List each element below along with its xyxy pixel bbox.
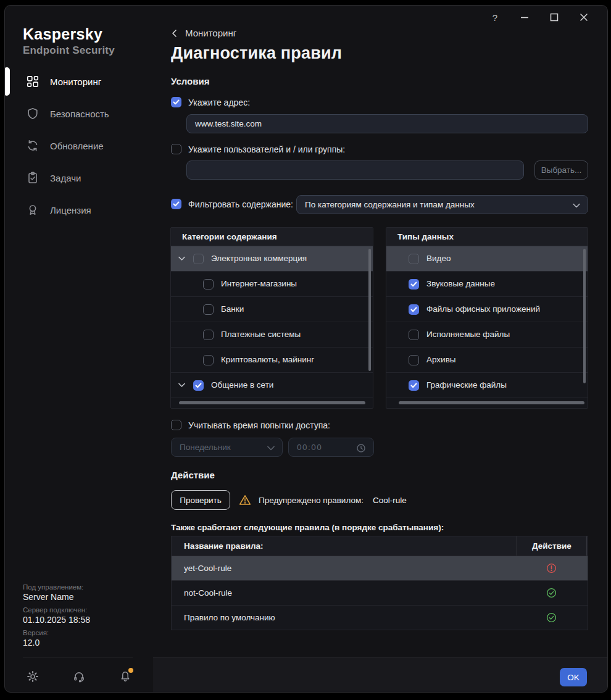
help-icon[interactable]: ? — [480, 8, 510, 27]
category-checkbox[interactable] — [193, 380, 204, 391]
sidebar-item-update[interactable]: Обновление — [5, 130, 153, 162]
category-checkbox[interactable] — [203, 304, 214, 315]
category-checkbox[interactable] — [203, 355, 214, 365]
bell-icon[interactable] — [118, 670, 132, 683]
category-row[interactable]: Банки — [171, 297, 373, 322]
allowed-icon — [517, 612, 586, 623]
data-type-row[interactable]: Видео — [386, 246, 588, 272]
users-checkbox[interactable] — [171, 144, 181, 154]
access-time-checkbox[interactable] — [171, 420, 181, 430]
app-window: ? Kaspersky Endpoint Security Мониторинг — [4, 5, 608, 693]
filter-mode-value: По категориям содержания и типам данных — [305, 200, 475, 209]
allowed-icon — [517, 588, 586, 598]
server-info: Под управлением: Server Name Сервер подк… — [23, 583, 90, 652]
rules-table-caption: Также сработают следующие правила (в пор… — [171, 523, 444, 532]
headset-icon[interactable] — [72, 670, 86, 683]
time-input[interactable]: 00:00 — [288, 438, 374, 457]
brand-name: Kaspersky — [23, 25, 115, 43]
check-button[interactable]: Проверить — [171, 490, 230, 510]
column-header-action[interactable]: Действие — [517, 536, 586, 556]
data-type-row[interactable]: Архивы — [386, 348, 588, 373]
category-label: Электронная коммерция — [211, 254, 307, 263]
sidebar: Kaspersky Endpoint Security Мониторинг Б… — [5, 6, 153, 692]
category-row[interactable]: Общение в сети — [171, 373, 373, 398]
access-time-checkbox-row: Учитывать время попытки доступа: — [171, 420, 330, 430]
users-input[interactable] — [186, 160, 524, 180]
categories-panel-header: Категории содержания — [171, 228, 373, 246]
notification-dot — [128, 668, 133, 673]
category-checkbox[interactable] — [203, 279, 214, 290]
data-type-label: Архивы — [426, 355, 456, 364]
filter-label: Фильтровать содержание: — [188, 199, 293, 209]
vertical-scrollbar[interactable] — [368, 249, 371, 371]
data-type-row[interactable]: Графические файлы — [386, 373, 588, 398]
data-type-label: Исполняемые файлы — [426, 330, 510, 339]
breadcrumb[interactable]: Мониторинг — [172, 28, 236, 38]
data-type-checkbox[interactable] — [409, 330, 419, 340]
action-result-label: Предупреждено правилом: — [259, 496, 364, 505]
data-type-row[interactable]: Звуковые данные — [386, 272, 588, 297]
filter-checkbox[interactable] — [171, 199, 181, 209]
filter-mode-select[interactable]: По категориям содержания и типам данных — [296, 195, 588, 214]
action-section-title: Действие — [171, 470, 215, 480]
ok-button-label: OK — [567, 673, 580, 682]
data-type-checkbox[interactable] — [409, 355, 419, 365]
data-type-row[interactable]: Исполняемые файлы — [386, 322, 588, 348]
horizontal-scrollbar[interactable] — [399, 401, 584, 404]
data-types-panel: Типы данных Видео Звуковые данные Файлы … — [386, 227, 588, 409]
minimize-icon[interactable] — [510, 8, 539, 27]
breadcrumb-label: Мониторинг — [185, 28, 236, 38]
data-type-checkbox[interactable] — [409, 380, 419, 391]
close-icon[interactable] — [569, 8, 599, 27]
sidebar-item-label: Безопасность — [50, 109, 109, 119]
server-connected-label: Сервер подключен: — [23, 606, 90, 614]
table-row[interactable]: yet-Cool-rule — [172, 556, 588, 580]
sidebar-item-monitoring[interactable]: Мониторинг — [5, 65, 153, 98]
category-checkbox[interactable] — [203, 330, 214, 340]
column-header-name[interactable]: Название правила: — [172, 541, 517, 551]
data-type-checkbox[interactable] — [409, 254, 419, 264]
maximize-icon[interactable] — [539, 8, 569, 27]
rules-table-header: Название правила: Действие — [172, 536, 588, 556]
clock-icon — [356, 443, 366, 453]
category-row[interactable]: Электронная коммерция — [171, 246, 373, 272]
data-type-label: Графические файлы — [426, 380, 507, 390]
tasks-icon — [27, 172, 39, 184]
chevron-down-icon[interactable] — [178, 383, 185, 388]
license-icon — [27, 204, 39, 216]
managed-by-label: Под управлением: — [23, 583, 90, 591]
category-label: Интернет-магазины — [221, 279, 297, 288]
category-row[interactable]: Платежные системы — [171, 322, 373, 348]
users-checkbox-row: Укажите пользователей и / или группы: — [171, 144, 345, 154]
categories-panel: Категории содержания Электронная коммерц… — [170, 227, 373, 409]
chevron-down-icon[interactable] — [178, 256, 185, 261]
horizontal-scrollbar[interactable] — [179, 401, 365, 404]
sidebar-item-license[interactable]: Лицензия — [5, 194, 153, 226]
brand-product: Endpoint Security — [23, 44, 115, 57]
category-row[interactable]: Интернет-магазины — [171, 272, 373, 297]
data-type-checkbox[interactable] — [409, 279, 419, 290]
day-select[interactable]: Понедельник — [171, 438, 283, 457]
table-row[interactable]: not-Cool-rule — [172, 580, 588, 605]
sidebar-item-label: Мониторинг — [50, 77, 101, 87]
gear-icon[interactable] — [26, 670, 39, 683]
sidebar-item-tasks[interactable]: Задачи — [5, 162, 153, 194]
vertical-scrollbar[interactable] — [583, 249, 586, 383]
data-type-label: Видео — [426, 254, 451, 263]
users-label: Укажите пользователей и / или группы: — [188, 144, 345, 154]
blocked-icon — [517, 563, 586, 573]
shield-icon — [27, 107, 39, 120]
category-checkbox[interactable] — [193, 254, 204, 264]
data-types-panel-header: Типы данных — [386, 228, 588, 246]
ok-button[interactable]: OK — [560, 668, 587, 686]
category-row[interactable]: Криптовалюты, майнинг — [171, 348, 373, 373]
select-users-button[interactable]: Выбрать... — [534, 160, 588, 180]
address-checkbox[interactable] — [171, 97, 181, 107]
filter-checkbox-row: Фильтровать содержание: — [171, 199, 293, 209]
address-input[interactable]: www.test.site.com — [186, 114, 588, 133]
data-type-checkbox[interactable] — [409, 304, 419, 315]
data-type-label: Звуковые данные — [426, 279, 495, 288]
data-type-row[interactable]: Файлы офисных приложений — [386, 297, 588, 322]
sidebar-item-security[interactable]: Безопасность — [5, 98, 153, 130]
table-row[interactable]: Правило по умолчанию — [172, 605, 588, 630]
